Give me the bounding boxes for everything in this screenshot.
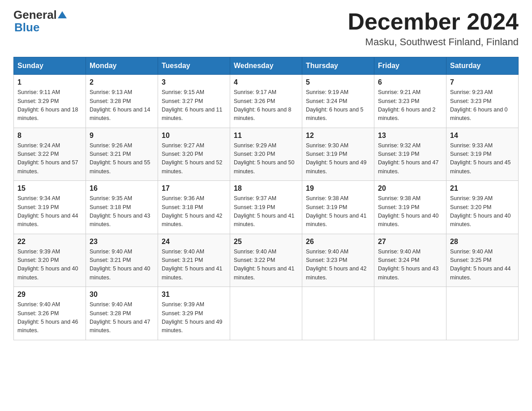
weekday-header-tuesday: Tuesday <box>158 57 230 75</box>
day-cell: 20 Sunrise: 9:38 AMSunset: 3:19 PMDaylig… <box>374 181 446 234</box>
day-info: Sunrise: 9:39 AMSunset: 3:20 PMDaylight:… <box>17 248 82 283</box>
day-info: Sunrise: 9:40 AMSunset: 3:25 PMDaylight:… <box>450 248 515 283</box>
location-text: Masku, Southwest Finland, Finland <box>348 36 519 48</box>
day-info: Sunrise: 9:36 AMSunset: 3:18 PMDaylight:… <box>162 194 226 229</box>
day-number: 28 <box>450 238 515 246</box>
day-cell: 31 Sunrise: 9:39 AMSunset: 3:29 PMDaylig… <box>158 287 230 340</box>
day-cell: 23 Sunrise: 9:40 AMSunset: 3:21 PMDaylig… <box>86 234 158 287</box>
day-cell: 13 Sunrise: 9:32 AMSunset: 3:19 PMDaylig… <box>374 128 446 181</box>
day-cell: 14 Sunrise: 9:33 AMSunset: 3:19 PMDaylig… <box>446 128 519 181</box>
day-cell: 2 Sunrise: 9:13 AMSunset: 3:28 PMDayligh… <box>86 75 158 128</box>
title-block: December 2024 Masku, Southwest Finland, … <box>348 9 519 48</box>
day-number: 27 <box>378 238 442 246</box>
day-info: Sunrise: 9:15 AMSunset: 3:27 PMDaylight:… <box>162 88 226 123</box>
day-number: 1 <box>17 78 82 86</box>
day-number: 29 <box>17 291 82 299</box>
day-info: Sunrise: 9:34 AMSunset: 3:19 PMDaylight:… <box>17 194 82 229</box>
week-row-1: 1 Sunrise: 9:11 AMSunset: 3:29 PMDayligh… <box>14 75 519 128</box>
day-number: 2 <box>90 78 154 86</box>
day-cell: 18 Sunrise: 9:37 AMSunset: 3:19 PMDaylig… <box>230 181 302 234</box>
day-info: Sunrise: 9:40 AMSunset: 3:24 PMDaylight:… <box>378 248 442 283</box>
day-cell: 12 Sunrise: 9:30 AMSunset: 3:19 PMDaylig… <box>302 128 374 181</box>
day-cell: 9 Sunrise: 9:26 AMSunset: 3:21 PMDayligh… <box>86 128 158 181</box>
day-cell: 19 Sunrise: 9:38 AMSunset: 3:19 PMDaylig… <box>302 181 374 234</box>
day-cell <box>230 287 302 340</box>
day-info: Sunrise: 9:40 AMSunset: 3:28 PMDaylight:… <box>90 300 154 335</box>
page-header: General Blue December 2024 Masku, Southw… <box>13 9 519 48</box>
day-info: Sunrise: 9:35 AMSunset: 3:18 PMDaylight:… <box>90 194 154 229</box>
day-number: 4 <box>234 78 298 86</box>
day-info: Sunrise: 9:24 AMSunset: 3:22 PMDaylight:… <box>17 141 82 176</box>
weekday-header-saturday: Saturday <box>446 57 519 75</box>
day-number: 17 <box>162 184 226 193</box>
day-cell: 30 Sunrise: 9:40 AMSunset: 3:28 PMDaylig… <box>86 287 158 340</box>
logo-triangle-icon <box>58 10 67 19</box>
day-number: 30 <box>90 291 154 299</box>
day-number: 5 <box>306 78 370 86</box>
day-cell: 6 Sunrise: 9:21 AMSunset: 3:23 PMDayligh… <box>374 75 446 128</box>
day-cell: 28 Sunrise: 9:40 AMSunset: 3:25 PMDaylig… <box>446 234 519 287</box>
day-number: 6 <box>378 78 442 86</box>
day-number: 19 <box>306 184 370 193</box>
day-info: Sunrise: 9:17 AMSunset: 3:26 PMDaylight:… <box>234 88 298 123</box>
day-cell: 22 Sunrise: 9:39 AMSunset: 3:20 PMDaylig… <box>14 234 86 287</box>
day-info: Sunrise: 9:27 AMSunset: 3:20 PMDaylight:… <box>162 141 226 176</box>
week-row-4: 22 Sunrise: 9:39 AMSunset: 3:20 PMDaylig… <box>14 234 519 287</box>
day-cell: 5 Sunrise: 9:19 AMSunset: 3:24 PMDayligh… <box>302 75 374 128</box>
day-number: 7 <box>450 78 515 86</box>
day-number: 25 <box>234 238 298 246</box>
day-number: 22 <box>17 238 82 246</box>
day-info: Sunrise: 9:19 AMSunset: 3:24 PMDaylight:… <box>306 88 370 123</box>
day-cell <box>374 287 446 340</box>
day-info: Sunrise: 9:40 AMSunset: 3:21 PMDaylight:… <box>90 248 154 283</box>
month-title: December 2024 <box>348 9 519 34</box>
day-cell: 29 Sunrise: 9:40 AMSunset: 3:26 PMDaylig… <box>14 287 86 340</box>
day-info: Sunrise: 9:39 AMSunset: 3:29 PMDaylight:… <box>162 300 226 335</box>
day-number: 11 <box>234 132 298 140</box>
day-info: Sunrise: 9:40 AMSunset: 3:26 PMDaylight:… <box>17 300 82 335</box>
day-cell: 17 Sunrise: 9:36 AMSunset: 3:18 PMDaylig… <box>158 181 230 234</box>
weekday-header-thursday: Thursday <box>302 57 374 75</box>
day-info: Sunrise: 9:29 AMSunset: 3:20 PMDaylight:… <box>234 141 298 176</box>
day-info: Sunrise: 9:38 AMSunset: 3:19 PMDaylight:… <box>378 194 442 229</box>
day-number: 10 <box>162 132 226 140</box>
day-number: 3 <box>162 78 226 86</box>
day-info: Sunrise: 9:40 AMSunset: 3:21 PMDaylight:… <box>162 248 226 283</box>
day-number: 12 <box>306 132 370 140</box>
day-number: 18 <box>234 184 298 193</box>
day-info: Sunrise: 9:30 AMSunset: 3:19 PMDaylight:… <box>306 141 370 176</box>
day-number: 23 <box>90 238 154 246</box>
day-info: Sunrise: 9:38 AMSunset: 3:19 PMDaylight:… <box>306 194 370 229</box>
day-number: 26 <box>306 238 370 246</box>
day-cell: 8 Sunrise: 9:24 AMSunset: 3:22 PMDayligh… <box>14 128 86 181</box>
day-info: Sunrise: 9:39 AMSunset: 3:20 PMDaylight:… <box>450 194 515 229</box>
svg-marker-0 <box>58 11 67 18</box>
day-cell <box>302 287 374 340</box>
day-number: 13 <box>378 132 442 140</box>
day-number: 9 <box>90 132 154 140</box>
day-cell: 16 Sunrise: 9:35 AMSunset: 3:18 PMDaylig… <box>86 181 158 234</box>
day-number: 20 <box>378 184 442 193</box>
calendar-table: SundayMondayTuesdayWednesdayThursdayFrid… <box>13 57 519 340</box>
day-cell: 15 Sunrise: 9:34 AMSunset: 3:19 PMDaylig… <box>14 181 86 234</box>
day-info: Sunrise: 9:37 AMSunset: 3:19 PMDaylight:… <box>234 194 298 229</box>
day-cell: 24 Sunrise: 9:40 AMSunset: 3:21 PMDaylig… <box>158 234 230 287</box>
day-info: Sunrise: 9:26 AMSunset: 3:21 PMDaylight:… <box>90 141 154 176</box>
day-number: 21 <box>450 184 515 193</box>
day-number: 31 <box>162 291 226 299</box>
weekday-header-sunday: Sunday <box>14 57 86 75</box>
day-number: 8 <box>17 132 82 140</box>
week-row-3: 15 Sunrise: 9:34 AMSunset: 3:19 PMDaylig… <box>14 181 519 234</box>
day-cell: 27 Sunrise: 9:40 AMSunset: 3:24 PMDaylig… <box>374 234 446 287</box>
day-cell: 11 Sunrise: 9:29 AMSunset: 3:20 PMDaylig… <box>230 128 302 181</box>
weekday-header-monday: Monday <box>86 57 158 75</box>
weekday-header-row: SundayMondayTuesdayWednesdayThursdayFrid… <box>14 57 519 75</box>
day-cell: 4 Sunrise: 9:17 AMSunset: 3:26 PMDayligh… <box>230 75 302 128</box>
logo: General Blue <box>13 9 67 34</box>
day-info: Sunrise: 9:33 AMSunset: 3:19 PMDaylight:… <box>450 141 515 176</box>
day-cell: 7 Sunrise: 9:23 AMSunset: 3:23 PMDayligh… <box>446 75 519 128</box>
day-number: 16 <box>90 184 154 193</box>
day-info: Sunrise: 9:23 AMSunset: 3:23 PMDaylight:… <box>450 88 515 123</box>
day-info: Sunrise: 9:21 AMSunset: 3:23 PMDaylight:… <box>378 88 442 123</box>
week-row-5: 29 Sunrise: 9:40 AMSunset: 3:26 PMDaylig… <box>14 287 519 340</box>
